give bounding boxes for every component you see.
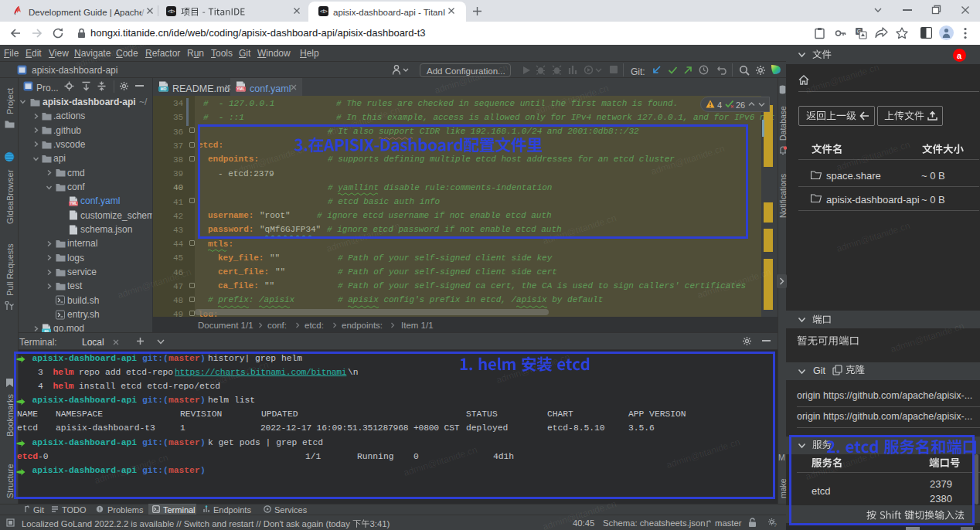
svg-text:?: ? [774,522,777,528]
svg-text:MD: MD [161,87,167,91]
svg-text:YML: YML [236,87,245,91]
svg-text:YML: YML [70,202,77,206]
